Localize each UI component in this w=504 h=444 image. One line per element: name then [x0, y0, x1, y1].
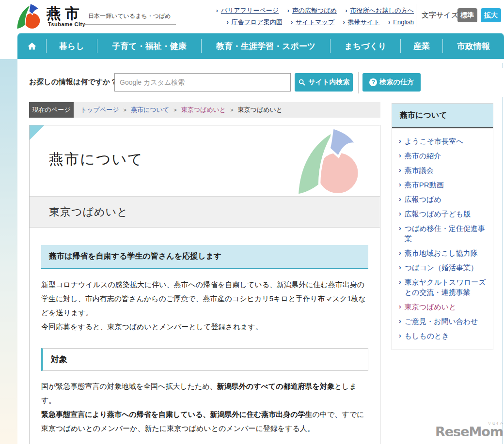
site-title-en: Tsubame City: [48, 21, 85, 27]
sidebar-item-label: ようこそ市長室へ: [405, 136, 464, 146]
question-icon: [369, 78, 377, 86]
sidebar-item-tsubacon[interactable]: つばコン（婚活事業）: [399, 262, 487, 273]
sidebar-item-swallows[interactable]: 東京ヤクルトスワローズとの交流・連携事業: [399, 277, 487, 297]
nav-sangyo[interactable]: 産業: [401, 33, 442, 59]
link-sitemap[interactable]: サイトマップ: [296, 18, 334, 26]
breadcrumb-current: 東京つばめいと: [238, 106, 283, 114]
chevron-right-icon: [388, 19, 390, 26]
sidebar-item-contact[interactable]: ご意見・お問い合わせ: [399, 316, 487, 326]
chevron-right-icon: [399, 262, 401, 273]
link-english[interactable]: English: [393, 18, 414, 26]
search-divider: [358, 72, 359, 93]
search-label: お探しの情報は何ですか？: [29, 77, 117, 87]
paragraph-2: 国が緊急事態宣言の対象地域を全国へ拡大したため、新潟県外のすべての都道府県を対象…: [41, 379, 368, 435]
chevron-right-icon: [216, 7, 218, 14]
breadcrumb-separator: [173, 107, 176, 113]
sidebar-menu: ようこそ市長室へ 燕市の紹介 燕市議会 燕市PR動画 広報つばめ 広報つばめ子ど…: [392, 128, 493, 350]
page-title: 燕市について: [49, 150, 143, 169]
search-icon: [298, 78, 306, 86]
sidebar-item-label: つばコン（婚活事業）: [405, 262, 478, 273]
link-floor-map[interactable]: 庁舎フロア案内図: [232, 18, 283, 26]
sidebar-item-label: 広報つばめ: [405, 194, 441, 204]
chevron-right-icon: [399, 248, 401, 258]
header-divider: [416, 4, 416, 27]
link-mobile-site[interactable]: 携帯サイト: [348, 18, 380, 26]
section-title: 東京つばめいと: [30, 196, 380, 228]
watermark-ruby: リセイム: [488, 421, 504, 426]
link-barrier-free[interactable]: バリアフリーページ: [221, 7, 279, 14]
watermark-text: ReseMom.: [435, 424, 504, 439]
chevron-right-icon: [399, 223, 401, 244]
sidebar-item-koho-kids[interactable]: 広報つばめ子ども版: [399, 209, 487, 219]
sidebar-item-label: ご意見・お問い合わせ: [405, 316, 478, 326]
paragraph-1: 新型コロナウイルスの感染拡大に伴い、燕市への帰省を自粛している、新潟県外に住む燕…: [41, 277, 368, 334]
highlight-heading: 燕市は帰省を自粛する学生の皆さんを応援します: [41, 245, 368, 269]
quick-links-row-2: 庁舎フロア案内図 サイトマップ 携帯サイト English: [209, 16, 414, 28]
site-search-button[interactable]: サイト内検索: [295, 73, 353, 92]
left-gradient-strip: [0, 59, 17, 444]
sidebar-item-tokyo-tsubameito[interactable]: 東京つばめいと: [399, 302, 487, 312]
breadcrumb-link-top[interactable]: トップページ: [80, 106, 119, 114]
font-size-enlarge-button[interactable]: 拡大: [481, 8, 501, 22]
site-title[interactable]: 燕市: [47, 4, 83, 24]
site-search-button-label: サイト内検索: [309, 78, 350, 87]
header-quick-links: バリアフリーページ 声の広報つばめ 市役所へお越しの方へ 庁舎フロア案内図 サイ…: [209, 5, 414, 28]
breadcrumb-link-tsubameito[interactable]: 東京つばめいと: [181, 106, 226, 114]
nav-shisei-joho[interactable]: 市政情報: [443, 33, 504, 59]
sidebar-item-pr-video[interactable]: 燕市PR動画: [399, 180, 487, 190]
chevron-right-icon: [399, 180, 401, 190]
chevron-right-icon: [399, 302, 401, 312]
chevron-right-icon: [399, 165, 401, 175]
sidebar-item-chiiki-okoshi[interactable]: 燕市地域おこし協力隊: [399, 248, 487, 258]
sidebar-item-city-intro[interactable]: 燕市の紹介: [399, 151, 487, 161]
right-edge-line: [502, 63, 503, 444]
tsubame-city-watermark-logo-icon: [288, 126, 369, 197]
nav-kurashi[interactable]: 暮らし: [47, 33, 97, 59]
nav-home[interactable]: [17, 33, 46, 59]
font-size-standard-button[interactable]: 標準: [457, 8, 477, 22]
resemom-watermark: リセイム ReseMom.: [435, 424, 504, 439]
sidebar-item-koho-tsubame[interactable]: 広報つばめ: [399, 194, 487, 204]
sidebar-item-migration[interactable]: つばめ移住・定住促進事業: [399, 223, 487, 244]
page-title-area: 燕市について: [30, 125, 380, 196]
search-help-button[interactable]: 検索の仕方: [362, 73, 421, 92]
main-content: 燕市について 東京つばめいと 燕市は帰省を自粛する学生の皆さんを応援します 新型…: [29, 125, 380, 444]
chevron-right-icon: [399, 277, 401, 297]
chevron-right-icon: [399, 194, 401, 204]
sidebar-about-tsubame: 燕市について ようこそ市長室へ 燕市の紹介 燕市議会 燕市PR動画 広報つばめ …: [392, 103, 493, 350]
chevron-right-icon: [291, 19, 293, 26]
sidebar-title: 燕市について: [392, 104, 493, 128]
breadcrumb-current-page-label: 現在のページ: [29, 102, 74, 118]
sidebar-item-label: 東京つばめいと: [405, 302, 457, 312]
link-voice-koho[interactable]: 声の広報つばめ: [292, 7, 337, 14]
site-header: 燕市 Tsubame City 日本一輝いているまち・つばめ バリアフリーページ…: [0, 0, 504, 33]
sidebar-item-city-council[interactable]: 燕市議会: [399, 165, 487, 175]
sidebar-item-label: 東京ヤクルトスワローズとの交流・連携事業: [405, 277, 487, 297]
nav-kyoiku[interactable]: 教育・生涯学習・スポーツ: [202, 33, 330, 59]
sidebar-item-emergency[interactable]: もしものとき: [399, 331, 487, 341]
nav-machizukuri[interactable]: まちづくり: [331, 33, 400, 59]
search-input[interactable]: [114, 73, 291, 92]
page: 燕市 Tsubame City 日本一輝いているまち・つばめ バリアフリーページ…: [0, 0, 504, 444]
sidebar-item-label: 燕市議会: [405, 165, 434, 175]
sidebar-item-label: 広報つばめ子ども版: [405, 209, 471, 219]
breadcrumb-items: トップページ 燕市について 東京つばめいと 東京つばめいと: [74, 106, 283, 114]
chevron-right-icon: [399, 209, 401, 219]
article-body: 燕市は帰省を自粛する学生の皆さんを応援します 新型コロナウイルスの感染拡大に伴い…: [30, 228, 380, 435]
tsubame-city-logo-icon[interactable]: [15, 3, 43, 30]
sidebar-item-label: つばめ移住・定住促進事業: [405, 223, 487, 244]
chevron-right-icon: [227, 19, 229, 26]
chevron-right-icon: [287, 7, 289, 14]
quick-links-row-1: バリアフリーページ 声の広報つばめ 市役所へお越しの方へ: [209, 5, 414, 16]
link-visitors[interactable]: 市役所へお越しの方へ: [350, 7, 414, 14]
sidebar-item-mayor-room[interactable]: ようこそ市長室へ: [399, 136, 487, 146]
chevron-right-icon: [399, 151, 401, 161]
breadcrumb-link-about[interactable]: 燕市について: [131, 106, 169, 114]
chevron-right-icon: [399, 316, 401, 326]
nav-kosodate[interactable]: 子育て・福祉・健康: [97, 33, 201, 59]
chevron-right-icon: [399, 331, 401, 341]
sidebar-item-label: 燕市の紹介: [405, 151, 441, 161]
chevron-right-icon: [399, 136, 401, 146]
sidebar-item-label: もしものとき: [405, 331, 449, 341]
global-nav: 暮らし 子育て・福祉・健康 教育・生涯学習・スポーツ まちづくり 産業 市政情報: [17, 33, 504, 59]
